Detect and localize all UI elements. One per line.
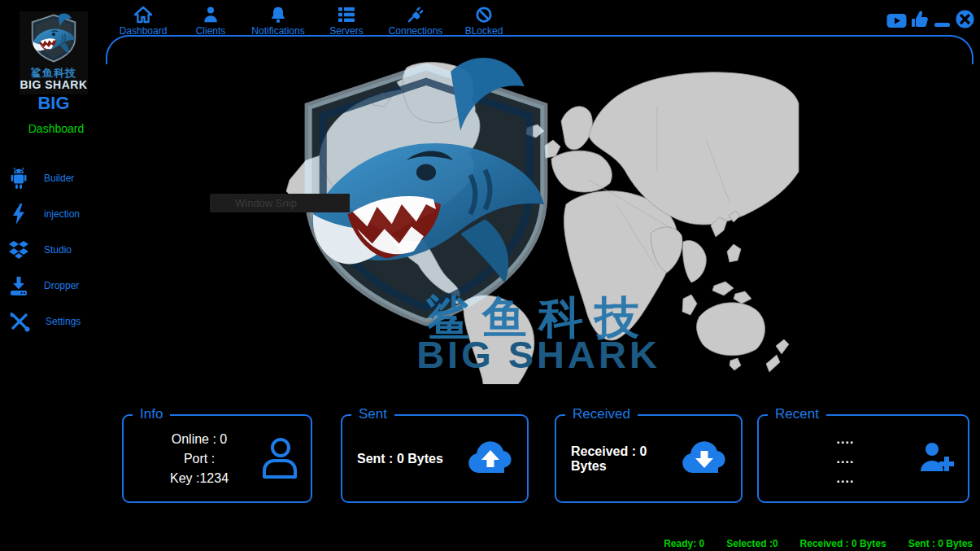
plug-icon	[406, 6, 425, 24]
dropbox-icon	[8, 239, 29, 260]
status-received: Received : 0 Bytes	[800, 538, 886, 549]
window-snip-tooltip: Window Snip	[210, 194, 350, 212]
nav-label: Connections	[389, 25, 443, 37]
status-sent: Sent : 0 Bytes	[908, 538, 973, 549]
sidebar-item-label: Builder	[44, 173, 74, 184]
server-list-icon	[337, 6, 356, 24]
watermark-en-text: BIG SHARK	[275, 332, 802, 377]
world-map: 鲨鱼科技 BIG SHARK	[275, 57, 802, 384]
sent-panel-legend: Sent	[351, 405, 394, 423]
recent-entry: ....	[773, 430, 917, 449]
key-value: Key :1234	[138, 469, 260, 488]
logo-en-text: BIG SHARK	[20, 79, 88, 91]
sidebar-item-dropper[interactable]: Dropper	[8, 273, 130, 299]
minimize-icon[interactable]	[933, 10, 952, 32]
nav-label: Clients	[196, 25, 226, 37]
nav-blocked[interactable]: BLocked	[439, 6, 529, 37]
shark-logo-icon	[27, 13, 81, 63]
sidebar-item-settings[interactable]: Settings	[8, 308, 130, 335]
window-controls	[886, 10, 974, 32]
user-icon	[201, 6, 220, 24]
sidebar-item-label: injection	[44, 208, 80, 220]
user-outline-icon	[260, 436, 298, 482]
status-bar: Ready: 0 Selected :0 Received : 0 Bytes …	[664, 538, 973, 549]
close-icon[interactable]	[956, 10, 974, 32]
received-panel-legend: Received	[565, 405, 638, 423]
status-ready: Ready: 0	[664, 538, 704, 549]
port-value: Port :	[138, 449, 260, 469]
recent-lines: .... .... ....	[773, 430, 917, 488]
recent-panel: Recent .... .... ....	[757, 414, 969, 503]
tools-icon	[8, 310, 31, 333]
android-icon	[8, 167, 29, 190]
recent-entry: ....	[773, 449, 917, 469]
blocked-icon	[474, 6, 494, 24]
recent-entry: ....	[773, 469, 917, 488]
info-panel-legend: Info	[133, 405, 170, 423]
nav-label: BLocked	[465, 25, 503, 37]
sidebar-item-label: Studio	[44, 244, 72, 256]
logo-cn-text: 鲨鱼科技	[20, 67, 88, 79]
recent-panel-legend: Recent	[768, 405, 826, 423]
info-lines: Online : 0 Port : Key :1234	[138, 430, 260, 488]
nav-label: Dashboard	[120, 25, 168, 37]
sidebar-item-builder[interactable]: Builder	[8, 165, 130, 191]
lightning-icon	[8, 203, 29, 225]
bell-icon	[269, 6, 287, 24]
cloud-upload-icon	[467, 440, 514, 478]
page-title: Dashboard	[0, 122, 112, 135]
cloud-download-icon	[681, 440, 728, 478]
app-title: BIG	[0, 93, 107, 114]
received-panel: Received Received : 0 Bytes	[555, 414, 743, 503]
thumbs-up-icon[interactable]	[911, 10, 929, 32]
home-icon	[133, 6, 153, 24]
youtube-icon[interactable]	[886, 13, 907, 32]
app-logo: 鲨鱼科技 BIG SHARK	[20, 11, 88, 94]
received-value: Received : 0 Bytes	[571, 444, 681, 474]
status-selected: Selected :0	[726, 538, 777, 549]
sent-panel: Sent Sent : 0 Bytes	[341, 414, 529, 503]
user-add-icon	[917, 442, 955, 476]
sent-value: Sent : 0 Bytes	[357, 452, 443, 466]
info-panel: Info Online : 0 Port : Key :1234	[122, 414, 312, 503]
download-tray-icon	[8, 275, 29, 297]
sidebar-item-injection[interactable]: injection	[8, 201, 130, 227]
sidebar-item-label: Dropper	[44, 280, 79, 291]
nav-label: Notifications	[251, 25, 304, 37]
sidebar-item-label: Settings	[46, 316, 81, 327]
online-count: Online : 0	[138, 430, 260, 449]
sidebar-item-studio[interactable]: Studio	[8, 237, 130, 263]
nav-label: Servers	[329, 25, 363, 37]
